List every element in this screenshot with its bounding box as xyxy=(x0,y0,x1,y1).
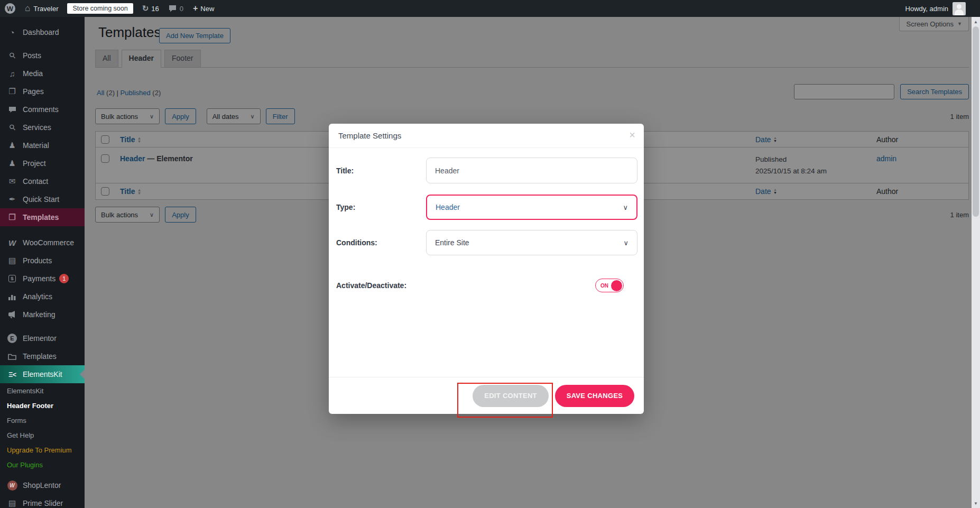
sidebar-item-label: Pages xyxy=(23,87,44,96)
submenu-item-header-footer[interactable]: Header Footer xyxy=(0,398,85,413)
sidebar-item-elementskit[interactable]: Ξ<ElementsKit xyxy=(0,365,85,383)
sidebar-item-payments[interactable]: $Payments1 xyxy=(0,270,85,288)
sidebar-item-services[interactable]: ⚲Services xyxy=(0,118,85,136)
modal-header: Template Settings × xyxy=(329,124,644,148)
comments-count: 0 xyxy=(180,5,183,13)
payments-icon: $ xyxy=(6,275,18,282)
prime-slider-icon: ▤ xyxy=(6,498,18,508)
person-icon: ♟ xyxy=(6,159,18,168)
sidebar-item-label: Payments xyxy=(23,274,56,283)
sidebar-item-label: Analytics xyxy=(23,292,52,301)
chevron-down-icon: ∨ xyxy=(623,204,628,211)
wordpress-menu[interactable]: W xyxy=(0,0,20,17)
updates-link[interactable]: ↻ 16 xyxy=(137,0,164,17)
sidebar-item-label: Project xyxy=(23,159,46,168)
comment-bubble-icon xyxy=(169,5,177,12)
submenu-item-forms[interactable]: Forms xyxy=(0,413,85,428)
submenu-item-label: Header Footer xyxy=(7,402,53,410)
sidebar-item-elementor[interactable]: EElementor xyxy=(0,329,85,347)
sidebar-item-label: Material xyxy=(23,141,49,150)
store-coming-soon-badge: Store coming soon xyxy=(67,3,133,14)
submenu-item-label: Forms xyxy=(7,417,26,424)
submenu-item-get-help[interactable]: Get Help xyxy=(0,428,85,442)
folder-icon xyxy=(6,353,18,360)
title-field-row: Title: xyxy=(336,158,637,183)
sidebar-item-contact[interactable]: ✉Contact xyxy=(0,172,85,190)
new-content-link[interactable]: + New xyxy=(188,0,219,17)
close-icon[interactable]: × xyxy=(629,130,635,140)
sidebar-item-label: Media xyxy=(23,69,43,78)
sidebar-item-analytics[interactable]: Analytics xyxy=(0,288,85,306)
sidebar-item-label: Templates xyxy=(23,352,57,361)
user-avatar xyxy=(953,2,966,15)
sidebar-item-project[interactable]: ♟Project xyxy=(0,154,85,172)
type-field-row: Type: Header ∨ xyxy=(336,195,637,220)
site-link[interactable]: ⌂ Traveler xyxy=(20,0,63,17)
conditions-field-row: Conditions: Entire Site ∨ xyxy=(336,230,637,255)
sidebar-item-quick-start[interactable]: ✒Quick Start xyxy=(0,190,85,208)
submenu-item-elementskit[interactable]: ElementsKit xyxy=(0,383,85,398)
sidebar-item-label: Elementor xyxy=(23,334,57,343)
submenu-item-upgrade-to-premium[interactable]: Upgrade To Premium xyxy=(0,442,85,457)
submenu-item-label: Our Plugins xyxy=(7,461,43,469)
admin-sidebar: ◔Dashboard⚲Posts♫Media❐PagesComments⚲Ser… xyxy=(0,17,85,508)
type-field-label: Type: xyxy=(336,203,426,211)
conditions-select[interactable]: Entire Site ∨ xyxy=(426,230,637,255)
save-changes-button[interactable]: SAVE CHANGES xyxy=(555,385,634,407)
howdy-text: Howdy, admin xyxy=(905,5,948,13)
wordpress-logo-icon: W xyxy=(5,3,15,14)
brush-icon: ✒ xyxy=(6,195,18,204)
sidebar-item-comments[interactable]: Comments xyxy=(0,100,85,118)
type-select-value: Header xyxy=(436,203,460,211)
chevron-down-icon: ∨ xyxy=(623,239,628,247)
sidebar-item-dashboard[interactable]: ◔Dashboard xyxy=(0,23,85,41)
template-type-select[interactable]: Header ∨ xyxy=(426,195,637,220)
comments-icon xyxy=(6,106,18,113)
analytics-icon xyxy=(6,293,18,300)
sidebar-item-shoplentor[interactable]: WShopLentor xyxy=(0,476,85,494)
toggle-on-label: ON xyxy=(600,283,608,289)
pushpin-icon: ⚲ xyxy=(6,51,18,60)
new-label: New xyxy=(200,5,214,13)
sidebar-item-templates[interactable]: Templates xyxy=(0,347,85,365)
sidebar-item-material[interactable]: ♟Material xyxy=(0,136,85,154)
updates-count: 16 xyxy=(151,5,159,13)
sidebar-item-prime-slider[interactable]: ▤Prime Slider xyxy=(0,494,85,508)
activate-toggle[interactable]: ON xyxy=(595,279,624,292)
template-settings-modal: Template Settings × Title: Type: Header … xyxy=(329,124,644,414)
sidebar-item-label: ShopLentor xyxy=(23,481,61,489)
sidebar-item-label: WooCommerce xyxy=(23,238,74,247)
admin-bar: W ⌂ Traveler Store coming soon ↻ 16 0 + … xyxy=(0,0,980,17)
sidebar-item-products[interactable]: ▤Products xyxy=(0,252,85,270)
submenu-item-label: Get Help xyxy=(7,431,34,439)
activate-field-label: Activate/Deactivate: xyxy=(336,281,406,290)
products-icon: ▤ xyxy=(6,256,18,265)
sidebar-item-posts[interactable]: ⚲Posts xyxy=(0,47,85,64)
sidebar-item-marketing[interactable]: Marketing xyxy=(0,306,85,324)
sidebar-item-woocommerce[interactable]: WWooCommerce xyxy=(0,234,85,252)
title-field-label: Title: xyxy=(336,167,426,175)
toggle-knob xyxy=(611,280,622,291)
marketing-icon xyxy=(6,311,18,318)
sidebar-item-label: Posts xyxy=(23,51,41,60)
modal-title: Template Settings xyxy=(338,131,401,140)
person-icon: ♟ xyxy=(6,141,18,150)
submenu-item-label: Upgrade To Premium xyxy=(7,446,72,454)
admin-bar-account[interactable]: Howdy, admin xyxy=(905,2,980,15)
admin-bar-left: W ⌂ Traveler Store coming soon ↻ 16 0 + … xyxy=(0,0,219,17)
comments-link[interactable]: 0 xyxy=(164,0,188,17)
sidebar-separator xyxy=(0,41,85,47)
sidebar-item-templates[interactable]: ❐Templates xyxy=(0,208,85,226)
scroll-down-icon[interactable]: ▼ xyxy=(972,500,980,507)
template-title-input[interactable] xyxy=(426,158,637,183)
submenu-item-our-plugins[interactable]: Our Plugins xyxy=(0,457,85,472)
sidebar-item-label: Templates xyxy=(23,213,59,221)
site-name: Traveler xyxy=(33,5,58,13)
plus-icon: + xyxy=(193,4,198,13)
pushpin-icon: ⚲ xyxy=(6,123,18,132)
vertical-scrollbar[interactable]: ▲ ▼ xyxy=(972,17,980,508)
sidebar-item-pages[interactable]: ❐Pages xyxy=(0,82,85,100)
scroll-up-icon[interactable]: ▲ xyxy=(972,18,980,25)
sidebar-item-media[interactable]: ♫Media xyxy=(0,64,85,82)
scrollbar-thumb[interactable] xyxy=(973,26,979,217)
